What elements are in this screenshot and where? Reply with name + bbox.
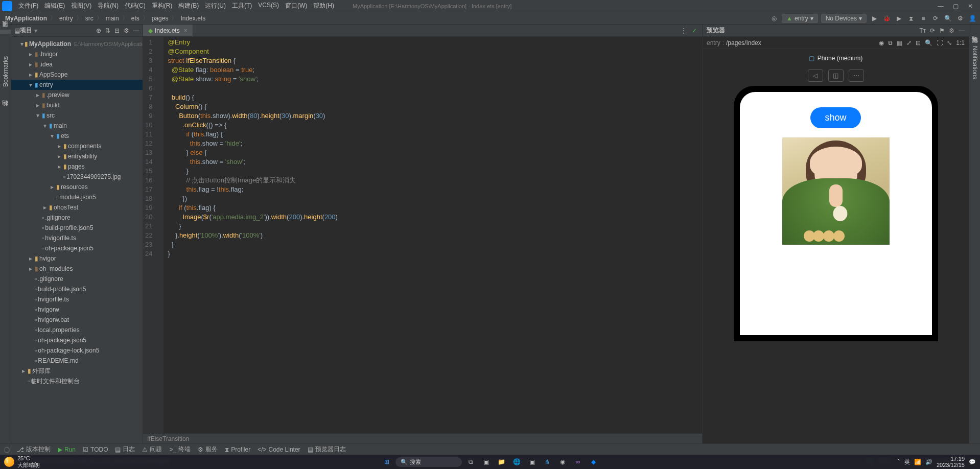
tree-row[interactable]: ▾▮ets — [11, 131, 143, 141]
expand-icon[interactable]: ▸ — [28, 255, 34, 262]
expand-icon[interactable]: ▸ — [35, 102, 41, 109]
tree-row[interactable]: ▸▮hvigor — [11, 253, 143, 264]
expand-icon[interactable]: ▸ — [28, 71, 34, 78]
collapse-all-icon[interactable]: ⊟ — [114, 27, 120, 34]
bottom-tab[interactable]: ☑TODO — [83, 445, 108, 454]
expand-icon[interactable]: ▸ — [56, 153, 62, 160]
expand-icon[interactable]: ▾ — [42, 122, 48, 129]
breadcrumb[interactable]: src — [83, 15, 96, 22]
widgets-icon[interactable]: ▣ — [479, 456, 493, 467]
tray-expand-icon[interactable]: ˄ — [897, 459, 900, 465]
hide-icon[interactable]: — — [959, 27, 965, 34]
menu-item[interactable]: 帮助(H) — [310, 2, 337, 10]
debug-button[interactable]: 🐞 — [882, 14, 891, 23]
tree-row[interactable]: ▾▮main — [11, 121, 143, 131]
nav-back-button[interactable]: ◁ — [808, 69, 823, 82]
tree-row[interactable]: ▫oh-package.json5 — [11, 335, 143, 345]
run-button[interactable]: ▶ — [870, 14, 879, 23]
ime-indicator[interactable]: 英 — [904, 458, 910, 466]
expand-icon[interactable]: ▾ — [20, 40, 24, 48]
maximize-icon[interactable]: ▢ — [953, 3, 959, 10]
inspect-icon[interactable]: ◉ — [879, 39, 884, 46]
tree-row[interactable]: ▾▮MyApplicationE:\HarmonyOS\MyApplicatio… — [11, 39, 143, 49]
expand-icon[interactable]: ▸ — [28, 61, 34, 68]
menu-item[interactable]: 运行(U) — [202, 2, 229, 10]
tree-row[interactable]: ▸▮pages — [11, 161, 143, 172]
menu-item[interactable]: 编辑(E) — [41, 2, 68, 10]
profiler-button[interactable]: ⧗ — [906, 14, 916, 23]
nav-split-button[interactable]: ◫ — [828, 69, 844, 82]
tree-row[interactable]: ▸▮components — [11, 141, 143, 151]
preview-show-button[interactable]: show — [810, 107, 860, 128]
expand-icon[interactable]: ▸ — [49, 183, 55, 191]
expand-icon[interactable]: ▸ — [20, 367, 27, 374]
tree-row[interactable]: ▫READEME.md — [11, 356, 143, 366]
vscode-icon[interactable]: ⋔ — [541, 456, 554, 467]
stop-button[interactable]: ■ — [919, 14, 928, 23]
bottom-tab[interactable]: ⚙服务 — [198, 445, 218, 454]
breadcrumb[interactable]: entry — [57, 15, 75, 22]
breadcrumb[interactable]: pages — [150, 15, 171, 22]
tree-row[interactable]: ▫hvigorfile.ts — [11, 294, 143, 304]
tree-row[interactable]: ▫module.json5 — [11, 192, 143, 202]
tree-row[interactable]: ▸▮.idea — [11, 59, 143, 69]
tree-row[interactable]: ▫build-profile.json5 — [11, 223, 143, 233]
bottom-tab[interactable]: ⎇版本控制 — [17, 445, 51, 454]
terminal-icon[interactable]: ▣ — [525, 456, 539, 467]
target-icon[interactable]: ◎ — [769, 14, 779, 23]
expand-icon[interactable]: ▸ — [28, 265, 34, 272]
volume-icon[interactable]: 🔊 — [925, 459, 932, 465]
breadcrumb[interactable]: Index.ets — [178, 15, 207, 22]
editor-tab[interactable]: ◆ Index.ets × — [143, 25, 193, 36]
expand-icon[interactable]: ▸ — [56, 163, 62, 170]
menu-item[interactable]: 重构(R) — [149, 2, 176, 10]
tree-row[interactable]: ▫临时文件和控制台 — [11, 376, 143, 386]
taskbar-search[interactable]: 🔍 搜索 — [395, 457, 462, 467]
one-to-one-icon[interactable]: 1:1 — [956, 39, 965, 46]
refresh-icon[interactable]: ⟳ — [930, 27, 935, 34]
rotate-icon[interactable]: ⤢ — [906, 39, 912, 46]
bottom-tab[interactable]: ▤日志 — [115, 445, 135, 454]
tree-row[interactable]: ▫1702344909275.jpg — [11, 172, 143, 182]
menu-item[interactable]: 视图(V) — [68, 2, 95, 10]
menu-item[interactable]: 工具(T) — [229, 2, 255, 10]
close-icon[interactable]: ✕ — [968, 3, 973, 10]
explorer-icon[interactable]: 📁 — [495, 456, 508, 467]
bottom-tab[interactable]: ⚠问题 — [142, 445, 162, 454]
tree-row[interactable]: ▸▮ohosTest — [11, 202, 143, 213]
breadcrumb[interactable]: main — [104, 15, 121, 22]
tree-row[interactable]: ▫build-profile.json5 — [11, 284, 143, 294]
bottom-tab[interactable]: ▤预览器日志 — [308, 445, 346, 454]
expand-icon[interactable]: ▸ — [42, 204, 48, 211]
select-opened-icon[interactable]: ⊕ — [96, 27, 101, 34]
tree-row[interactable]: ▫hvigorw.bat — [11, 315, 143, 325]
tree-row[interactable]: ▫.gitignore — [11, 274, 143, 284]
tree-row[interactable]: ▫hvigorfile.ts — [11, 233, 143, 243]
device-selector[interactable]: No Devices ▾ — [821, 14, 867, 23]
run-config-selector[interactable]: ▲ entry ▾ — [782, 14, 818, 23]
vs-icon[interactable]: ∞ — [571, 456, 585, 467]
minimize-icon[interactable]: — — [938, 3, 944, 10]
avatar-icon[interactable]: 👤 — [968, 14, 977, 23]
menu-item[interactable]: 导航(N) — [95, 2, 122, 10]
expand-icon[interactable]: ▾ — [28, 81, 34, 88]
tree-row[interactable]: ▸▮外部库 — [11, 366, 143, 376]
tree-row[interactable]: ▸▮oh_modules — [11, 264, 143, 274]
edge-icon[interactable]: 🌐 — [510, 456, 523, 467]
chrome-icon[interactable]: ◉ — [556, 456, 569, 467]
left-tab-bookmarks[interactable]: Bookmarks — [1, 54, 10, 89]
search-icon[interactable]: 🔍 — [943, 14, 952, 23]
notifications-icon[interactable]: 💬 — [969, 459, 976, 465]
menu-item[interactable]: 代码(C) — [122, 2, 149, 10]
gear-icon[interactable]: ⚙ — [949, 27, 954, 34]
left-tab-project[interactable]: 项目 — [0, 30, 11, 34]
tree-row[interactable]: ▫oh-package-lock.json5 — [11, 345, 143, 356]
left-tab-structure[interactable]: 结构 — [0, 109, 11, 113]
fullscreen-icon[interactable]: ⛶ — [937, 39, 943, 46]
expand-all-icon[interactable]: ⇅ — [105, 27, 110, 34]
taskbar-clock[interactable]: 17:19 2023/12/15 — [937, 456, 965, 468]
expand-icon[interactable]: ▾ — [49, 132, 55, 139]
menu-item[interactable]: 构建(B) — [175, 2, 202, 10]
bottom-tab[interactable]: </>Code Linter — [258, 445, 300, 454]
tree-row[interactable]: ▸▮entryability — [11, 151, 143, 161]
